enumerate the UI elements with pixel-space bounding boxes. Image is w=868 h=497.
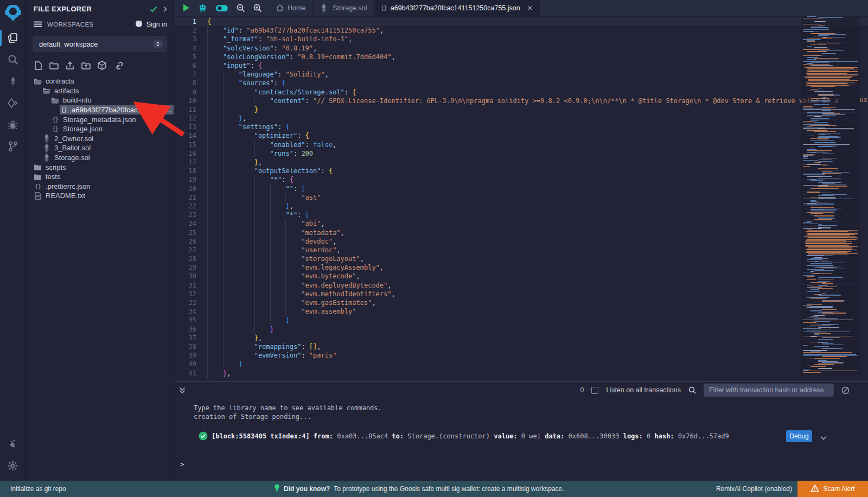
tx-expand-icon[interactable] — [820, 432, 827, 442]
collapse-panel-icon[interactable] — [163, 6, 167, 12]
terminal-message: Type the library name to see available c… — [194, 404, 868, 412]
folder-open-icon — [42, 87, 50, 94]
create-workspace-icon[interactable] — [98, 61, 106, 70]
terminal-header: 0 Listen on all transactions — [175, 382, 868, 398]
tree-item[interactable]: build-info — [51, 95, 174, 105]
workspaces-menu-icon[interactable] — [34, 20, 42, 29]
code-line: 15 "enabled": false, — [175, 141, 868, 149]
tree-item[interactable]: 2_Owner.sol — [42, 134, 174, 144]
upload-file-icon[interactable] — [66, 61, 74, 70]
code-line: 26 "devdoc", — [175, 237, 868, 246]
code-line: 19 "*": { — [175, 175, 868, 184]
tree-item[interactable]: 3_Ballot.sol — [42, 143, 174, 153]
tab-Storage.sol[interactable]: Storage.sol — [312, 0, 374, 16]
new-file-icon[interactable] — [34, 61, 42, 70]
workspace-caret-icon[interactable] — [153, 39, 163, 49]
workspaces-label: WORKSPACES — [47, 21, 129, 28]
tree-item-label: Storage.json — [63, 125, 103, 133]
terminal-message: creation of Storage pending... — [194, 412, 868, 421]
code-line: 35 ] — [175, 316, 868, 324]
solidity-icon — [319, 3, 329, 14]
tab-Home[interactable]: Home — [270, 0, 312, 16]
terminal-collapse-icon[interactable] — [179, 387, 186, 394]
tip-bold: Did you know? — [284, 485, 330, 493]
terminal-prompt[interactable]: > — [180, 460, 184, 468]
close-tab-icon[interactable]: ✕ — [527, 5, 533, 11]
folder-open-icon — [34, 78, 42, 85]
tree-item-label: README.txt — [46, 192, 85, 200]
git-init-button[interactable]: Initialize as git repo — [0, 485, 66, 493]
tree-item[interactable]: tests — [34, 172, 174, 182]
code-line: 34 "evm.assembly" — [175, 307, 868, 316]
solidity-icon — [42, 143, 50, 153]
rail-item-deploy-and-run[interactable] — [0, 92, 25, 114]
link-icon[interactable] — [113, 61, 123, 70]
copilot-toggle[interactable] — [215, 4, 228, 12]
code-line: 21 "ast" — [175, 193, 868, 202]
tree-item-label: Storage.sol — [54, 154, 90, 162]
debug-button[interactable]: Debug — [786, 430, 812, 442]
transaction-row[interactable]: [block:5583405 txIndex:4] from: 0xa03...… — [175, 430, 868, 443]
code-line: 20 "": [ — [175, 184, 868, 193]
solidity-compiler-icon — [8, 76, 18, 87]
code-line: 9 "contracts/Storage.sol": { — [175, 88, 868, 97]
new-folder-icon[interactable] — [49, 62, 59, 69]
terminal-log: Type the library name to see available c… — [175, 398, 868, 421]
zoom-in-icon[interactable] — [253, 4, 262, 12]
tree-item[interactable]: README.txt — [34, 191, 174, 201]
json-icon: {} — [51, 125, 59, 132]
panel-title: FILE EXPLORER — [34, 5, 144, 13]
code-overflow-fragment: us — [860, 96, 867, 104]
upload-folder-icon[interactable] — [81, 62, 91, 69]
remix-logo-icon[interactable] — [0, 0, 25, 27]
code-line: 39 "evmVersion": "paris" — [175, 351, 868, 360]
tree-item-label: 2_Owner.sol — [54, 135, 93, 143]
tree-item-label: build-info — [63, 96, 92, 104]
sign-in-label: Sign in — [146, 21, 167, 28]
tree-item[interactable]: Storage.sol — [42, 153, 174, 163]
sign-in-button[interactable]: Sign in — [135, 20, 167, 29]
copilot-status[interactable]: RemixAI Copilot (enabled) — [716, 485, 792, 493]
code-area[interactable]: 1{2 "id": "a69b43f277ba20fcac141151250ca… — [175, 16, 868, 381]
settings-icon — [8, 461, 18, 471]
tree-item[interactable]: {}Storage_metadata.json — [51, 114, 174, 124]
rail-item-file-explorer[interactable] — [0, 27, 25, 49]
workspace-select[interactable]: default_workspace — [33, 36, 167, 52]
folder-closed-icon — [34, 174, 42, 180]
rail-item-settings[interactable] — [0, 455, 25, 476]
search-icon — [8, 54, 18, 65]
scam-alert-badge[interactable]: Scam Alert — [797, 481, 868, 497]
zoom-out-icon[interactable] — [237, 4, 245, 12]
plugin-manager-icon — [8, 439, 18, 449]
run-script-button[interactable] — [183, 4, 190, 12]
code-line: 12 }, — [175, 114, 868, 123]
folder-closed-icon — [34, 164, 42, 170]
file-icon — [34, 192, 42, 200]
listen-all-checkbox[interactable] — [591, 387, 598, 394]
tree-item[interactable]: {}.prettierrc.json — [34, 182, 174, 192]
tree-item[interactable]: contracts — [34, 77, 174, 86]
ai-copilot-icon[interactable] — [198, 3, 207, 12]
tree-item[interactable]: artifacts — [42, 86, 174, 96]
code-line: 14 "optimizer": { — [175, 131, 868, 140]
tree-item[interactable]: scripts — [34, 162, 174, 172]
tree-item[interactable]: {}a69b43f277ba20fcac141151250ca7... — [60, 105, 174, 115]
rail-item-plugin-manager[interactable] — [0, 433, 25, 455]
code-line: 3 "_format": "hh-sol-build-info-1", — [175, 35, 868, 43]
tree-item-label: artifacts — [54, 87, 79, 95]
rail-item-debugger[interactable] — [0, 114, 25, 136]
deploy-and-run-icon — [8, 98, 18, 108]
tx-filter-input[interactable] — [704, 384, 834, 397]
terminal-search-icon[interactable] — [688, 386, 696, 394]
tree-item[interactable]: {}Storage.json — [51, 124, 174, 134]
minimap[interactable] — [801, 16, 860, 375]
tree-item-label: Storage_metadata.json — [63, 116, 136, 124]
tab-a69b43f277ba20fcac141151250ca755.json[interactable]: {}a69b43f277ba20fcac141151250ca755.json✕ — [374, 0, 540, 16]
code-line: 41 }, — [175, 369, 868, 378]
clear-console-icon[interactable] — [841, 386, 850, 394]
home-icon — [276, 4, 284, 11]
rail-item-search[interactable] — [0, 49, 25, 71]
rail-item-git[interactable] — [0, 136, 25, 157]
rail-item-solidity-compiler[interactable] — [0, 71, 25, 92]
github-icon — [135, 20, 143, 29]
